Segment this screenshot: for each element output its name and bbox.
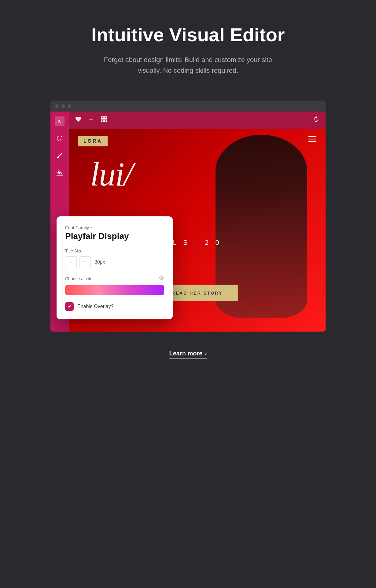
- size-decrease-button[interactable]: -: [65, 256, 77, 268]
- panel-overlay-row: ✓ Enable Overlay?: [65, 302, 164, 311]
- learn-more-arrow-icon: ›: [205, 350, 207, 357]
- panel-font-name: Playfair Display: [65, 231, 164, 241]
- overlay-label: Enable Overlay?: [77, 304, 113, 309]
- panel-color-label: Choose a color: [65, 275, 164, 282]
- svg-rect-1: [101, 117, 103, 119]
- checkmark-icon: ✓: [68, 303, 72, 309]
- learn-more-section: Learn more ›: [169, 350, 207, 359]
- overlay-checkbox[interactable]: ✓: [65, 302, 74, 311]
- hero-title: Intuitive Visual Editor: [91, 24, 285, 45]
- editor-panel: Font Family ▾ Playfair Display Title Siz…: [57, 216, 173, 319]
- svg-text:A: A: [57, 119, 61, 124]
- panel-title-size-label: Title Size: [65, 248, 164, 253]
- toolbar-heart-icon[interactable]: [75, 116, 82, 124]
- color-picker-icon[interactable]: [159, 275, 164, 282]
- browser-dot-2: [61, 104, 65, 108]
- font-family-dropdown-arrow[interactable]: ▾: [91, 225, 93, 230]
- hero-section: Intuitive Visual Editor Forget about des…: [79, 0, 297, 88]
- toolbar-grid-icon[interactable]: [101, 116, 107, 124]
- color-gradient-bar[interactable]: [65, 285, 164, 295]
- panel-font-family-label: Font Family ▾: [65, 225, 164, 230]
- toolbar-plus-icon[interactable]: [88, 116, 94, 124]
- size-increase-button[interactable]: +: [79, 256, 91, 268]
- learn-more-link[interactable]: Learn more ›: [169, 350, 207, 359]
- sidebar-brush-icon[interactable]: [55, 151, 65, 160]
- svg-rect-2: [105, 117, 106, 119]
- preview-hamburger-icon[interactable]: [308, 136, 316, 144]
- svg-rect-4: [105, 120, 106, 122]
- learn-more-label: Learn more: [169, 350, 203, 357]
- preview-logo: LORA: [78, 136, 108, 146]
- panel-size-row: - + 30px: [65, 256, 164, 268]
- editor-showcase: A: [50, 101, 326, 332]
- svg-rect-3: [101, 120, 103, 122]
- size-value: 30px: [94, 259, 105, 265]
- toolbar-refresh-icon[interactable]: [313, 116, 319, 124]
- browser-dot-3: [68, 104, 71, 108]
- preview-script-text: lui/: [90, 159, 133, 189]
- sidebar-text-icon[interactable]: A: [55, 116, 65, 126]
- editor-container: A: [50, 112, 326, 332]
- sidebar-fill-icon[interactable]: [55, 168, 65, 178]
- editor-toolbar: [69, 112, 326, 129]
- browser-chrome: [50, 101, 326, 112]
- hero-subtitle: Forget about design limits! Build and cu…: [96, 54, 280, 76]
- sidebar-color-icon[interactable]: [55, 134, 65, 143]
- browser-dot-1: [55, 104, 59, 108]
